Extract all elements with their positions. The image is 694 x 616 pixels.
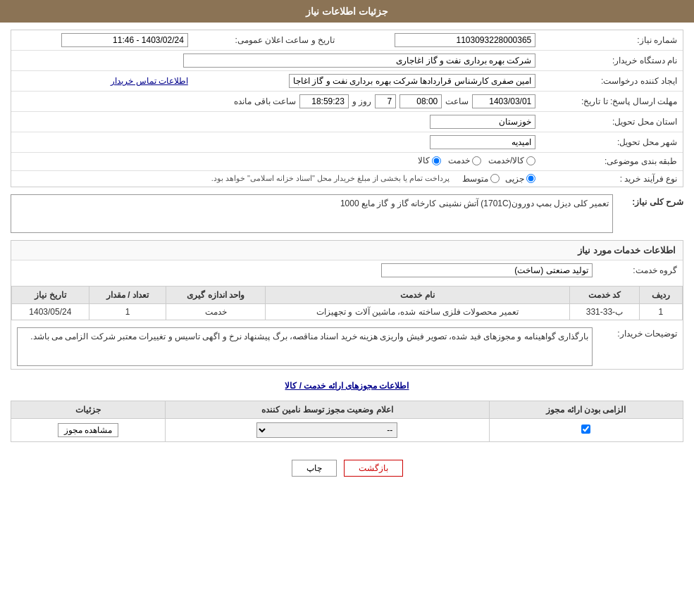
service-info-title: اطلاعات خدمات مورد نیاز <box>11 241 683 260</box>
label-rooz: روز و <box>352 96 371 106</box>
th-need-date: تاریخ نیاز <box>12 286 89 303</box>
label-service-group: گروه خدمت: <box>598 260 683 280</box>
th-permit-required: الزامی بودن ارائه مجوز <box>489 401 683 418</box>
radio-jozi[interactable]: جزیی <box>505 174 535 184</box>
input-response-time[interactable] <box>399 94 442 108</box>
radio-input-kala[interactable] <box>432 156 441 165</box>
radio-kala[interactable]: کالا <box>418 156 441 165</box>
label-order-number: شماره نیاز: <box>541 30 683 51</box>
th-unit: واحد اندازه گیری <box>166 286 265 303</box>
cell-service-code: ب-33-331 <box>570 303 640 320</box>
radio-motavaset[interactable]: متوسط <box>462 174 500 184</box>
permit-table-body: -- مشاهده مجوز <box>11 418 683 441</box>
permit-required-checkbox[interactable] <box>581 425 590 434</box>
need-description-container: تعمیر کلی دیزل بمپ دورون(1701C) آتش نشین… <box>11 194 613 233</box>
radio-kala-khedmat[interactable]: کالا/خدمت <box>488 156 535 165</box>
page-wrapper: جزئیات اطلاعات نیاز شماره نیاز: تاریخ و … <box>0 0 694 616</box>
input-response-date[interactable] <box>472 94 535 108</box>
buyer-notes-text: بارگذاری گواهینامه و مجوزهای فید شده، تص… <box>17 327 593 366</box>
services-table: ردیف کد خدمت نام خدمت واحد اندازه گیری ت… <box>11 286 683 320</box>
cell-service-name: تعمیر محصولات فلزی ساخته شده، ماشین آلات… <box>265 303 569 320</box>
label-motavaset: متوسط <box>462 174 488 184</box>
row-service-group: گروه خدمت: <box>11 260 683 280</box>
value-service-group <box>11 260 598 280</box>
cell-row-number: 1 <box>639 303 682 320</box>
input-order-number[interactable] <box>395 33 535 47</box>
th-supplier-status: اعلام وضعیت مجوز توسط نامین کننده <box>165 401 489 418</box>
row-city: شهر محل تحویل: <box>11 132 683 153</box>
label-jozi: جزیی <box>505 174 524 184</box>
radio-input-jozi[interactable] <box>526 174 535 183</box>
info-section-top: شماره نیاز: تاریخ و ساعت اعلان عمومی: نا… <box>11 30 683 187</box>
label-province: استان محل تحویل: <box>541 112 683 132</box>
value-response-deadline: ساعت روز و ساعت باقی مانده <box>11 92 541 112</box>
timer-section: ساعت روز و ساعت باقی مانده <box>17 94 535 108</box>
info-table: شماره نیاز: تاریخ و ساعت اعلان عمومی: نا… <box>11 30 683 187</box>
value-category: کالا/خدمت خدمت کالا <box>11 153 541 171</box>
label-buyer-org: نام دستگاه خریدار: <box>541 51 683 71</box>
label-khedmat: خدمت <box>448 156 470 165</box>
label-category: طبقه بندی موضوعی: <box>541 153 683 171</box>
value-requester <box>194 71 541 92</box>
contact-link[interactable]: اطلاعات تماس خریدار <box>111 76 188 86</box>
radio-input-khedmat[interactable] <box>472 156 481 165</box>
page-header: جزئیات اطلاعات نیاز <box>0 0 694 23</box>
category-radio-group: کالا/خدمت خدمت کالا <box>418 156 535 165</box>
cell-unit: خدمت <box>166 303 265 320</box>
th-service-code: کد خدمت <box>570 286 640 303</box>
input-province[interactable] <box>430 115 535 129</box>
input-response-days[interactable] <box>375 94 396 108</box>
row-buyer-notes: توضیحات خریدار: بارگذاری گواهینامه و مجو… <box>11 325 683 369</box>
value-announce-datetime <box>11 30 194 51</box>
page-title: جزئیات اطلاعات نیاز <box>306 6 388 17</box>
th-service-name: نام خدمت <box>265 286 569 303</box>
input-requester[interactable] <box>289 74 535 88</box>
label-kala-khedmat: کالا/خدمت <box>488 156 524 165</box>
cell-quantity: 1 <box>89 303 166 320</box>
label-city: شهر محل تحویل: <box>541 132 683 153</box>
label-buyer-notes: توضیحات خریدار: <box>598 325 683 369</box>
permit-status-select[interactable]: -- <box>256 422 397 438</box>
input-remaining-time[interactable] <box>299 94 349 108</box>
need-description-section: شرح کلی نیاز: تعمیر کلی دیزل بمپ دورون(1… <box>11 194 683 233</box>
value-order-number <box>340 30 541 51</box>
label-kala: کالا <box>418 156 430 165</box>
row-purchase-type: نوع فرآیند خرید : جزیی متوسط پرداخت <box>11 170 683 187</box>
row-province: استان محل تحویل: <box>11 112 683 132</box>
view-permit-button[interactable]: مشاهده مجوز <box>58 423 118 437</box>
main-content: شماره نیاز: تاریخ و ساعت اعلان عمومی: نا… <box>0 23 694 494</box>
radio-input-motavaset[interactable] <box>490 174 500 183</box>
permit-section: الزامی بودن ارائه مجوز اعلام وضعیت مجوز … <box>11 401 683 442</box>
print-button[interactable]: چاپ <box>292 460 337 477</box>
permit-info-link[interactable]: اطلاعات مجوزهای ارائه خدمت / کالا <box>11 377 683 395</box>
input-buyer-org[interactable] <box>183 54 535 68</box>
row-buyer-org: نام دستگاه خریدار: <box>11 51 683 71</box>
permit-table: الزامی بودن ارائه مجوز اعلام وضعیت مجوز … <box>11 401 683 442</box>
radio-input-kala-khedmat[interactable] <box>526 156 535 165</box>
value-buyer-org <box>11 51 541 71</box>
th-quantity: تعداد / مقدار <box>89 286 166 303</box>
value-city <box>11 132 541 153</box>
row-requester: ایجاد کننده درخواست: اطلاعات تماس خریدار <box>11 71 683 92</box>
action-buttons: بازگشت چاپ <box>11 449 683 487</box>
label-remaining: ساعت باقی مانده <box>234 96 296 106</box>
row-order: شماره نیاز: تاریخ و ساعت اعلان عمومی: <box>11 30 683 51</box>
purchase-type-row: جزیی متوسط پرداخت تمام یا بخشی از مبلغ خ… <box>17 174 535 184</box>
label-requester: ایجاد کننده درخواست: <box>541 71 683 92</box>
permit-table-head: الزامی بودن ارائه مجوز اعلام وضعیت مجوز … <box>11 401 683 418</box>
radio-khedmat[interactable]: خدمت <box>448 156 481 165</box>
purchase-type-note: پرداخت تمام یا بخشی از مبلغ خریدار محل "… <box>211 174 450 183</box>
back-button[interactable]: بازگشت <box>344 460 403 477</box>
permit-details-cell: مشاهده مجوز <box>11 418 166 441</box>
th-row-number: ردیف <box>639 286 682 303</box>
input-city[interactable] <box>430 135 535 149</box>
permit-row: -- مشاهده مجوز <box>11 418 683 441</box>
services-table-body: 1 ب-33-331 تعمیر محصولات فلزی ساخته شده،… <box>12 303 683 320</box>
input-announce-datetime[interactable] <box>61 33 188 47</box>
row-deadline: مهلت ارسال پاسخ: تا تاریخ: ساعت روز و سا… <box>11 92 683 112</box>
need-description-text: تعمیر کلی دیزل بمپ دورون(1701C) آتش نشین… <box>11 194 613 233</box>
value-province <box>11 112 541 132</box>
input-service-group[interactable] <box>381 263 593 277</box>
row-category: طبقه بندی موضوعی: کالا/خدمت خدمت <box>11 153 683 171</box>
service-info-section: اطلاعات خدمات مورد نیاز گروه خدمت: ردیف … <box>11 240 683 370</box>
